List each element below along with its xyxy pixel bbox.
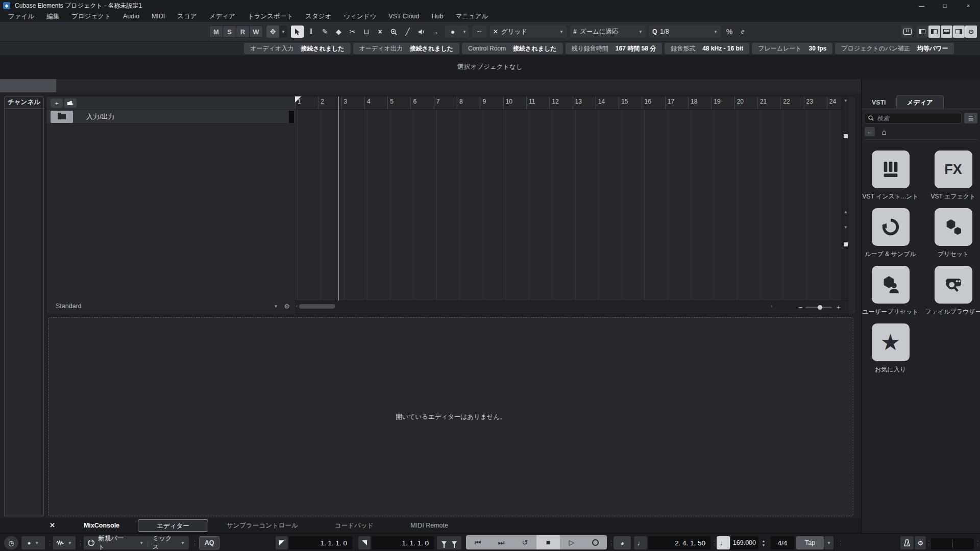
search-box[interactable] (865, 113, 962, 123)
track-row-input-output[interactable]: 入力/出力 (46, 110, 295, 124)
home-button[interactable]: ⌂ (879, 127, 889, 136)
separator-dots[interactable]: ⋮ (712, 536, 716, 549)
retrospective-record-button[interactable]: ◕ (614, 536, 631, 549)
separator-dots[interactable]: ⋮ (926, 536, 930, 549)
separator-dots[interactable]: ⋮ (608, 536, 612, 549)
horizontal-scrollbar[interactable]: ‹ › − ＋ (295, 300, 849, 314)
menu-item[interactable]: メディア (203, 11, 241, 22)
menu-item[interactable]: VST Cloud (382, 11, 425, 22)
vertical-zoom-handle[interactable] (844, 134, 848, 138)
maximize-button[interactable]: □ (933, 0, 957, 11)
color-tool[interactable]: → (429, 26, 442, 38)
tile-presets[interactable]: プリセット (930, 208, 976, 259)
right-locator-display[interactable]: 1. 1. 1. 0 (372, 536, 434, 549)
automation-curve-icon[interactable]: ～ (472, 26, 486, 38)
separator-dots[interactable]: ⋮ (975, 536, 979, 549)
tile-vst-instruments[interactable]: VST インスト...ント (868, 151, 913, 201)
zoom-slider-knob[interactable] (818, 305, 822, 310)
scroll-down-arrow[interactable]: ▼ (843, 225, 848, 230)
tab-vsti[interactable]: VSTi (862, 96, 896, 109)
arrange-grid[interactable] (295, 110, 849, 300)
constrain-delay-button[interactable]: ◷ (4, 536, 18, 549)
metronome-button[interactable] (900, 536, 914, 549)
menu-item[interactable]: スタジオ (299, 11, 337, 22)
metronome-setup-button[interactable]: ⚙ (915, 536, 926, 549)
tab-media[interactable]: メディア (896, 95, 944, 109)
range-select-tool[interactable]: I (305, 26, 317, 38)
automation-button[interactable]: M (210, 26, 223, 37)
play-button[interactable]: ▷ (560, 535, 583, 549)
folder-track-icon[interactable] (51, 111, 73, 123)
tap-dropdown[interactable]: ▼ (824, 536, 834, 549)
left-locator-display[interactable]: 1. 1. 1. 0 (289, 536, 352, 549)
channel-tab[interactable]: チャンネル (5, 96, 43, 109)
menu-item[interactable]: Hub (426, 11, 450, 22)
tap-tempo-button[interactable]: Tap (796, 536, 824, 549)
quantize-combo[interactable]: Q 1/8 ▼ (649, 26, 721, 38)
results-view-button[interactable]: ☰ (964, 113, 977, 123)
project-window-tab[interactable] (0, 79, 56, 92)
autoscroll-dropdown[interactable]: ▼ (279, 26, 287, 38)
draw-tool[interactable]: ✎ (318, 26, 331, 38)
vertical-scrollbar[interactable]: ▼ ▲ ▼ − ＋ (842, 96, 849, 314)
lower-zone-tab[interactable]: MIDI Remote (392, 519, 467, 532)
automation-button[interactable]: R (236, 26, 249, 37)
lower-zone-toggle[interactable] (941, 26, 952, 38)
project-start-flag[interactable] (295, 96, 301, 103)
arrange-area[interactable]: 123456789101112131415161718192021222324 … (295, 96, 849, 314)
menu-item[interactable]: マニュアル (449, 11, 494, 22)
tile-file-browser[interactable]: ファイルブラウザー (930, 266, 976, 316)
split-tool[interactable]: ✂ (346, 26, 359, 38)
swing-button[interactable]: % (724, 26, 734, 38)
left-zone-toggle[interactable] (916, 26, 928, 38)
search-input[interactable] (877, 115, 943, 122)
vertical-zoom-handle[interactable] (844, 242, 848, 246)
left-zone-toggle-active[interactable] (928, 26, 940, 38)
grid-type-combo[interactable]: # ズームに適応 ▼ (570, 26, 646, 38)
track-visibility-button[interactable] (64, 98, 77, 108)
automation-button[interactable]: W (250, 26, 262, 37)
tile-vst-effects[interactable]: FX VST エフェクト (930, 151, 976, 201)
tempo-track-button[interactable]: ♩ (717, 536, 730, 549)
autoscroll-icon[interactable]: ✥ (266, 26, 279, 38)
separator-dots[interactable]: ⋮ (838, 536, 842, 549)
auto-quantize-button[interactable]: AQ (199, 536, 219, 549)
lower-zone-tab[interactable]: MixConsole (65, 519, 138, 532)
stop-button[interactable]: ■ (536, 535, 560, 549)
object-select-tool[interactable] (291, 26, 304, 38)
tempo-stepper[interactable]: ▲▼ (760, 539, 768, 547)
info-item[interactable]: 残り録音時間 167 時間 58 分 (566, 43, 663, 54)
glue-tool[interactable]: ⊔ (360, 26, 373, 38)
snap-combo[interactable]: ✕ グリッド ▼ (490, 26, 567, 38)
record-button[interactable] (583, 535, 607, 549)
output-level-meter[interactable] (931, 538, 974, 549)
comp-tool-dropdown[interactable]: ▼ (460, 26, 469, 38)
lower-zone-tab[interactable]: サンプラーコントロール (208, 519, 316, 532)
separator-dots[interactable]: ⋮ (78, 536, 82, 549)
tempo-display[interactable]: 169.000 (731, 536, 758, 549)
menu-item[interactable]: Audio (117, 11, 145, 22)
zoom-out-button[interactable]: − (798, 304, 802, 311)
time-signature-display[interactable]: 4/4 (771, 536, 794, 549)
punch-in-icon[interactable] (442, 541, 447, 545)
tile-favorites[interactable]: ★ お気に入り (868, 323, 913, 374)
goto-end-button[interactable]: ⏭ (489, 535, 513, 549)
menu-item[interactable]: スコア (171, 11, 203, 22)
goto-right-locator-button[interactable] (358, 536, 371, 549)
menu-item[interactable]: ファイル (2, 11, 40, 22)
comp-tool[interactable]: ● (445, 26, 460, 38)
goto-start-button[interactable]: ⏮ (466, 535, 489, 549)
menu-item[interactable]: MIDI (145, 11, 171, 22)
info-item[interactable]: フレームレート 30 fps (752, 43, 832, 54)
time-position-display[interactable]: 2. 4. 1. 50 (648, 536, 710, 549)
scroll-up-arrow[interactable]: ▲ (843, 210, 848, 214)
line-tool[interactable]: ╱ (401, 26, 414, 38)
menu-item[interactable]: 編集 (40, 11, 65, 22)
scroll-right-arrow[interactable]: › (771, 304, 772, 309)
play-scrub-tool[interactable] (415, 26, 428, 38)
menu-item[interactable]: トランスポート (241, 11, 299, 22)
info-item[interactable]: Control Room 接続されました (462, 43, 562, 54)
close-button[interactable]: × (957, 0, 980, 11)
zoom-tool[interactable] (387, 26, 400, 38)
lower-zone-tab[interactable]: エディター (138, 519, 208, 532)
